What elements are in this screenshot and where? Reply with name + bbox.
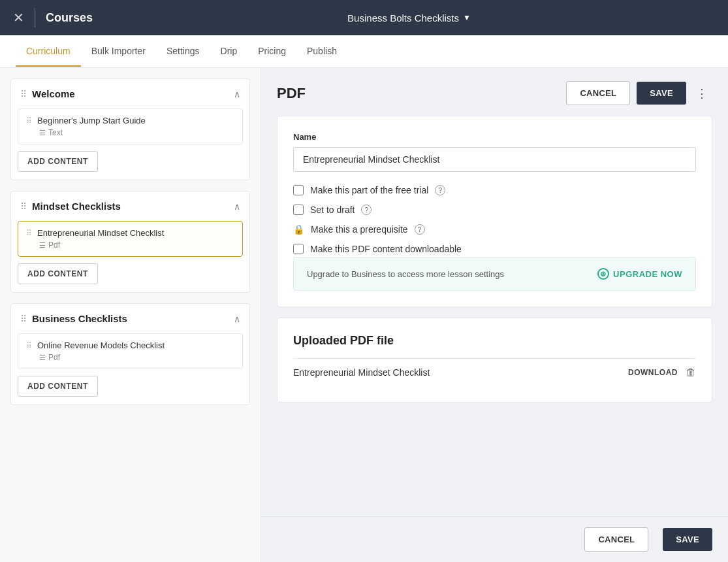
- topbar-title: Courses: [46, 11, 93, 25]
- add-content-button-mindset[interactable]: ADD CONTENT: [18, 263, 98, 284]
- section-mindset-title: Mindset Checklists: [32, 201, 229, 212]
- tab-settings[interactable]: Settings: [156, 37, 210, 67]
- option-row-free-trial: Make this part of the free trial ?: [293, 185, 696, 195]
- prerequisite-lock-icon: 🔒: [293, 224, 304, 235]
- cancel-button-top[interactable]: CANCEL: [566, 81, 630, 105]
- tab-pricing[interactable]: Pricing: [247, 37, 296, 67]
- tab-curriculum[interactable]: Curriculum: [16, 37, 81, 67]
- lesson-type-icon: ☰: [39, 241, 46, 250]
- lesson-type: ☰ Text: [26, 128, 234, 137]
- pdf-file-name: Entrepreneurial Mindset Checklist: [293, 367, 628, 378]
- lesson-drag-handle[interactable]: ⠿: [26, 341, 32, 350]
- close-icon[interactable]: ✕: [13, 10, 24, 25]
- cancel-button-bottom[interactable]: CANCEL: [584, 527, 648, 552]
- draft-help-icon[interactable]: ?: [361, 205, 372, 215]
- save-button-top[interactable]: SAVE: [637, 82, 686, 105]
- prerequisite-help-icon[interactable]: ?: [415, 224, 425, 235]
- tabbar: Curriculum Bulk Importer Settings Drip P…: [0, 35, 728, 68]
- add-content-button-business[interactable]: ADD CONTENT: [18, 376, 98, 397]
- lesson-item[interactable]: ⠿ Online Revenue Models Checklist ☰ Pdf: [18, 333, 243, 369]
- editor-title: PDF: [277, 85, 566, 102]
- option-row-prerequisite: 🔒 Make this a prerequisite ?: [293, 224, 696, 235]
- topbar-center: Business Bolts Checklists ▼: [103, 12, 715, 24]
- lesson-name: Beginner's Jump Start Guide: [37, 116, 146, 125]
- tab-publish[interactable]: Publish: [296, 37, 347, 67]
- sidebar: ⠿ Welcome ∧ ⠿ Beginner's Jump Start Guid…: [0, 68, 261, 562]
- topbar: ✕ Courses Business Bolts Checklists ▼: [0, 0, 728, 35]
- tab-drip[interactable]: Drip: [210, 37, 248, 67]
- lesson-drag-handle[interactable]: ⠿: [26, 116, 32, 125]
- trash-icon[interactable]: 🗑: [686, 367, 696, 378]
- lesson-type-icon: ☰: [39, 354, 46, 362]
- section-business-title: Business Checklists: [32, 313, 229, 324]
- section-business-collapse[interactable]: ∧: [234, 314, 240, 324]
- lesson-type-text: Pdf: [48, 353, 60, 362]
- course-dropdown-icon[interactable]: ▼: [463, 13, 471, 22]
- lesson-type-text: Pdf: [48, 240, 60, 250]
- lesson-type-text: Text: [48, 128, 63, 137]
- upgrade-banner: Upgrade to Business to access more lesso…: [293, 257, 696, 291]
- editor-header: PDF CANCEL SAVE ⋮: [277, 81, 712, 105]
- section-welcome-title: Welcome: [32, 88, 229, 99]
- section-drag-handle[interactable]: ⠿: [20, 201, 27, 212]
- upgrade-circle-icon: ⊕: [597, 268, 609, 280]
- add-content-button-welcome[interactable]: ADD CONTENT: [18, 151, 98, 172]
- save-button-bottom[interactable]: SAVE: [663, 528, 712, 551]
- free-trial-checkbox[interactable]: [293, 185, 304, 195]
- lesson-row: ⠿ Entrepreneurial Mindset Checklist: [26, 228, 234, 238]
- more-options-button[interactable]: ⋮: [691, 83, 712, 104]
- section-mindset-collapse[interactable]: ∧: [234, 201, 240, 212]
- main-layout: ⠿ Welcome ∧ ⠿ Beginner's Jump Start Guid…: [0, 68, 728, 562]
- upgrade-text: Upgrade to Business to access more lesso…: [307, 269, 504, 279]
- section-welcome: ⠿ Welcome ∧ ⠿ Beginner's Jump Start Guid…: [10, 78, 250, 180]
- prerequisite-label: Make this a prerequisite: [311, 224, 408, 235]
- bottom-bar: CANCEL SAVE: [261, 516, 728, 562]
- free-trial-label: Make this part of the free trial: [310, 185, 428, 195]
- option-row-draft: Set to draft ?: [293, 205, 696, 215]
- lesson-name: Entrepreneurial Mindset Checklist: [37, 228, 164, 238]
- name-input[interactable]: [293, 147, 696, 172]
- section-welcome-collapse[interactable]: ∧: [234, 89, 240, 99]
- section-business-header: ⠿ Business Checklists ∧: [11, 304, 249, 333]
- downloadable-checkbox[interactable]: [293, 244, 304, 254]
- lesson-item[interactable]: ⠿ Beginner's Jump Start Guide ☰ Text: [18, 108, 243, 144]
- uploaded-pdf-card: Uploaded PDF file Entrepreneurial Mindse…: [277, 318, 712, 403]
- tab-bulk-importer[interactable]: Bulk Importer: [81, 37, 156, 67]
- downloadable-label: Make this PDF content downloadable: [310, 244, 462, 254]
- section-drag-handle[interactable]: ⠿: [20, 314, 27, 324]
- upgrade-now-button[interactable]: ⊕ UPGRADE NOW: [597, 268, 682, 280]
- right-panel: PDF CANCEL SAVE ⋮ Name Make this part of…: [261, 68, 728, 562]
- lesson-row: ⠿ Beginner's Jump Start Guide: [26, 116, 234, 125]
- upgrade-btn-label: UPGRADE NOW: [613, 269, 682, 279]
- option-row-downloadable: Make this PDF content downloadable: [293, 244, 696, 254]
- free-trial-help-icon[interactable]: ?: [435, 185, 445, 195]
- section-drag-handle[interactable]: ⠿: [20, 89, 27, 99]
- course-name[interactable]: Business Bolts Checklists: [347, 12, 459, 24]
- settings-card: Name Make this part of the free trial ? …: [277, 116, 712, 307]
- lesson-row: ⠿ Online Revenue Models Checklist: [26, 340, 234, 350]
- topbar-divider: [35, 8, 35, 27]
- options-section: Make this part of the free trial ? Set t…: [293, 185, 696, 254]
- section-business: ⠿ Business Checklists ∧ ⠿ Online Revenue…: [10, 303, 250, 405]
- name-label: Name: [293, 132, 696, 142]
- pdf-file-row: Entrepreneurial Mindset Checklist DOWNLO…: [293, 358, 696, 386]
- lesson-item-selected[interactable]: ⠿ Entrepreneurial Mindset Checklist ☰ Pd…: [18, 221, 243, 257]
- lesson-type: ☰ Pdf: [26, 240, 234, 250]
- lesson-type: ☰ Pdf: [26, 353, 234, 362]
- section-welcome-header: ⠿ Welcome ∧: [11, 79, 249, 108]
- draft-label: Set to draft: [310, 205, 355, 215]
- section-mindset: ⠿ Mindset Checklists ∧ ⠿ Entrepreneurial…: [10, 191, 250, 293]
- draft-checkbox[interactable]: [293, 205, 304, 215]
- lesson-type-icon: ☰: [39, 129, 46, 137]
- pdf-section-title: Uploaded PDF file: [293, 334, 696, 348]
- lesson-drag-handle[interactable]: ⠿: [26, 229, 32, 238]
- download-button[interactable]: DOWNLOAD: [628, 368, 678, 377]
- content-panel: PDF CANCEL SAVE ⋮ Name Make this part of…: [261, 68, 728, 516]
- lesson-name: Online Revenue Models Checklist: [37, 340, 165, 350]
- section-mindset-header: ⠿ Mindset Checklists ∧: [11, 191, 249, 221]
